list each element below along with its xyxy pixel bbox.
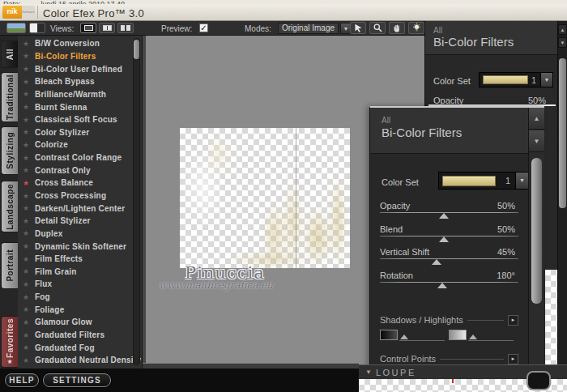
filter-list-item[interactable]: ★ Classical Soft Focus [18, 113, 142, 126]
filter-star-icon[interactable]: ★ [22, 204, 30, 212]
control-points-expand-icon[interactable]: ► [508, 354, 518, 364]
filter-list-item[interactable]: ★ Burnt Sienna [18, 100, 142, 113]
filter-panel-scroll-thumb[interactable] [531, 158, 542, 304]
filter-list-item[interactable]: ★ Graduated Fog [18, 341, 142, 354]
category-tab[interactable]: Favorites ★ [1, 316, 18, 368]
filter-list-item[interactable]: ★ Detail Stylizer [18, 215, 142, 228]
color-set-swatch[interactable] [442, 176, 496, 186]
pan-tool-button[interactable] [389, 22, 405, 34]
filter-star-icon[interactable]: ★ [22, 356, 30, 364]
color-set-control[interactable]: 1 ▼ [479, 72, 553, 87]
filter-list-item[interactable]: ★ Flux [18, 278, 142, 291]
filter-list-scrollbar[interactable] [133, 38, 140, 365]
filter-list-item[interactable]: ★ Color Stylizer [18, 126, 142, 138]
slider-track[interactable] [380, 282, 518, 283]
split-view-button[interactable] [99, 23, 115, 33]
scroll-down-icon[interactable]: ▼ [529, 130, 544, 152]
filter-list-item[interactable]: ★ Dynamic Skin Softener [18, 240, 142, 253]
filter-star-icon[interactable]: ★ [22, 40, 30, 48]
slider-track[interactable] [380, 212, 518, 213]
filter-star-icon[interactable]: ★ [22, 179, 30, 187]
filter-list-item[interactable]: ★ Cross Balance [18, 177, 142, 190]
filter-list-item[interactable]: ★ Bi-Color Filters [18, 50, 142, 63]
filter-star-icon[interactable]: ★ [22, 52, 30, 60]
filter-list-item[interactable]: ★ Colorize [18, 138, 142, 151]
category-tab[interactable]: All ★ [1, 40, 18, 68]
filter-star-icon[interactable]: ★ [22, 90, 30, 98]
filter-list-item[interactable]: ★ Graduated Filters [18, 329, 142, 342]
filter-star-icon[interactable]: ★ [22, 103, 30, 111]
filter-star-icon[interactable]: ★ [22, 305, 30, 313]
category-tab[interactable]: Stylizing ★ [1, 126, 18, 175]
category-tab[interactable]: Portrait ★ [1, 242, 18, 289]
slider-handle[interactable] [432, 259, 441, 265]
filter-star-icon[interactable]: ★ [22, 280, 30, 288]
filter-list-scroll-thumb[interactable] [134, 40, 139, 59]
settings-button[interactable]: SETTINGS [43, 373, 111, 387]
filter-star-icon[interactable]: ★ [22, 154, 30, 162]
slider-track[interactable] [380, 258, 518, 259]
help-button[interactable]: HELP [5, 373, 39, 387]
zoom-tool-button[interactable] [369, 22, 386, 34]
filter-list-item[interactable]: ★ Cross Processing [18, 190, 142, 202]
filter-list-item[interactable]: ★ Brilliance/Warmth [18, 88, 142, 101]
filter-list-item[interactable]: ★ Glamour Glow [18, 316, 142, 329]
panel-scroll-thumb[interactable] [559, 58, 566, 208]
filter-star-icon[interactable]: ★ [22, 192, 30, 200]
shadow-slider-track[interactable] [399, 340, 445, 341]
modes-dropdown[interactable]: Original Image [278, 23, 339, 34]
shadow-gradient-swatch[interactable] [380, 330, 398, 340]
filter-list-item[interactable]: ★ Graduated Neutral Density [18, 354, 142, 367]
filter-star-icon[interactable]: ★ [22, 141, 30, 149]
shadows-highlights-expand-icon[interactable]: ► [508, 315, 518, 326]
filter-star-icon[interactable]: ★ [22, 217, 30, 225]
loupe-zoom-button[interactable] [526, 371, 551, 390]
filter-list-item[interactable]: ★ Darken/Lighten Center [18, 202, 142, 215]
filter-star-icon[interactable]: ★ [22, 343, 30, 352]
filter-list-item[interactable]: ★ B/W Conversion [18, 37, 142, 50]
single-view-button[interactable] [80, 23, 96, 33]
category-tab[interactable]: Traditional ★ [1, 72, 18, 122]
category-tab[interactable]: Landscape ★ [1, 181, 18, 232]
filter-star-icon[interactable]: ★ [22, 65, 30, 73]
color-set-swatch[interactable] [483, 75, 528, 84]
filter-star-icon[interactable]: ★ [22, 229, 30, 237]
filter-star-icon[interactable]: ★ [22, 78, 30, 86]
filter-list-item[interactable]: ★ Contrast Only [18, 164, 142, 177]
highlight-gradient-swatch[interactable] [449, 330, 467, 340]
slider-handle[interactable] [437, 283, 447, 288]
preview-checkbox[interactable]: ✓ [199, 23, 208, 32]
color-set-control[interactable]: 1 ▼ [438, 172, 529, 190]
filter-star-icon[interactable]: ★ [22, 331, 30, 339]
filter-list-item[interactable]: ★ Fog [18, 291, 142, 304]
scroll-up-icon[interactable]: ▲ [558, 24, 567, 35]
filter-star-icon[interactable]: ★ [22, 128, 30, 136]
scroll-up-icon[interactable]: ▲ [529, 108, 544, 130]
highlight-slider-track[interactable] [468, 340, 514, 341]
filter-star-icon[interactable]: ★ [22, 293, 30, 301]
filter-list-item[interactable]: ★ Bi-Color User Defined [18, 62, 142, 75]
slider-handle[interactable] [439, 236, 449, 242]
preview-image[interactable] [180, 128, 350, 268]
filter-panel-scrollbar[interactable]: ▲ ▼ [528, 108, 544, 392]
filter-star-icon[interactable]: ★ [22, 166, 30, 174]
split-preview-icon[interactable] [29, 23, 45, 33]
filter-star-icon[interactable]: ★ [22, 318, 30, 326]
slider-handle[interactable] [439, 213, 449, 219]
scroll-down-icon[interactable]: ▼ [558, 37, 567, 48]
filter-list-item[interactable]: ★ Contrast Color Range [18, 151, 142, 164]
filter-list-item[interactable]: ★ Foliage [18, 303, 142, 316]
filter-star-icon[interactable]: ★ [22, 242, 30, 250]
color-set-dropdown-icon[interactable]: ▼ [515, 173, 528, 189]
panel-scrollbar[interactable]: ▲ ▼ [557, 21, 567, 392]
side-by-side-view-button[interactable] [117, 23, 134, 33]
filter-star-icon[interactable]: ★ [22, 267, 30, 275]
filter-list-item[interactable]: ★ Film Grain [18, 266, 142, 279]
filter-list-item[interactable]: ★ Duplex [18, 228, 142, 241]
image-thumbnail-icon[interactable] [6, 23, 26, 33]
shadow-slider-handle[interactable] [400, 334, 408, 339]
slider-track[interactable] [380, 236, 518, 236]
highlight-slider-handle[interactable] [469, 334, 477, 339]
cursor-tool-button[interactable] [350, 22, 366, 34]
loupe-collapse-icon[interactable]: ▼ [365, 369, 372, 376]
